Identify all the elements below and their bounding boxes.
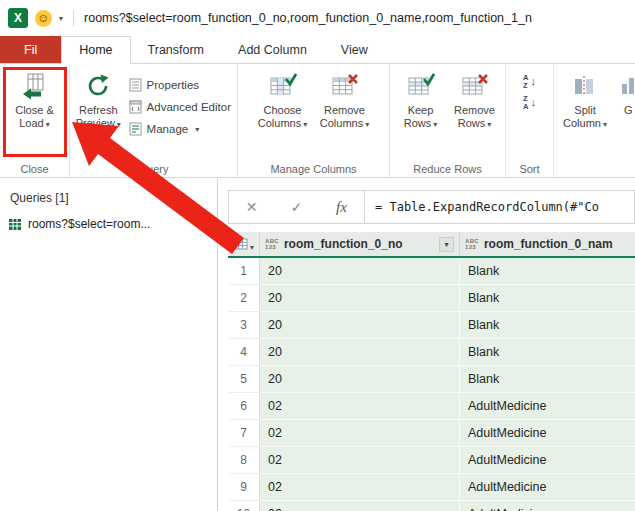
grid-cell[interactable]: 02 bbox=[260, 420, 460, 447]
group-by-button[interactable]: G bbox=[614, 64, 635, 117]
remove-rows-button[interactable]: Remove Rows▾ bbox=[448, 64, 502, 131]
grid-cell[interactable]: 02 bbox=[260, 474, 460, 501]
sort-za-icon: ZA bbox=[523, 95, 528, 110]
keep-rows-button[interactable]: Keep Rows▾ bbox=[394, 64, 448, 131]
tab-view[interactable]: View bbox=[324, 36, 385, 63]
column-name: room_function_0_no bbox=[284, 237, 434, 251]
grid-cell[interactable]: AdultMedicine bbox=[460, 420, 635, 447]
title-bar: X ☺ ▾ rooms?$select=room_function_0_no,r… bbox=[0, 0, 635, 36]
grid-cell[interactable]: AdultMedicine bbox=[460, 474, 635, 501]
manage-button[interactable]: Manage ▾ bbox=[125, 118, 235, 140]
grid-cell[interactable]: 20 bbox=[260, 339, 460, 366]
grid-cell[interactable]: 02 bbox=[260, 447, 460, 474]
grid-cell[interactable]: Blank bbox=[460, 312, 635, 339]
keep-rows-icon bbox=[407, 72, 435, 100]
grid-cell[interactable]: AdultMedicine bbox=[460, 393, 635, 420]
grid-cell[interactable]: 02 bbox=[260, 501, 460, 511]
table-row: 2 20 Blank bbox=[228, 285, 635, 312]
query-list-item[interactable]: rooms?$select=room... bbox=[0, 213, 217, 235]
column-header-room-function-0-name[interactable]: ABC123 room_function_0_nam bbox=[460, 232, 635, 256]
row-number-cell[interactable]: 4 bbox=[228, 339, 260, 366]
row-number-cell[interactable]: 9 bbox=[228, 474, 260, 501]
row-number-cell[interactable]: 7 bbox=[228, 420, 260, 447]
properties-icon bbox=[129, 78, 142, 92]
formula-fx-button[interactable]: fx bbox=[319, 191, 364, 223]
tab-transform[interactable]: Transform bbox=[131, 36, 222, 63]
grid-cell[interactable]: 20 bbox=[260, 258, 460, 285]
grid-cell[interactable]: 02 bbox=[260, 393, 460, 420]
sort-az-icon: AZ bbox=[523, 74, 528, 89]
ribbon-group-reduce-rows: Keep Rows▾ Remove Rows▾ Reduce Rows bbox=[390, 64, 506, 177]
grid-cell[interactable]: 20 bbox=[260, 285, 460, 312]
grid-cell[interactable]: 20 bbox=[260, 366, 460, 393]
formula-text: = Table.ExpandRecordColumn(#"Co bbox=[375, 200, 599, 214]
quick-access-chevron-down-icon[interactable]: ▾ bbox=[59, 14, 63, 23]
close-and-load-button[interactable]: Close & Load▾ bbox=[4, 64, 66, 131]
row-number-cell[interactable]: 2 bbox=[228, 285, 260, 312]
table-corner-icon bbox=[233, 238, 248, 250]
row-number-cell[interactable]: 8 bbox=[228, 447, 260, 474]
grid-header-row: ▾ ABC123 room_function_0_no ▾ ABC123 roo… bbox=[228, 232, 635, 258]
remove-rows-label-2: Rows▾ bbox=[458, 117, 492, 131]
keep-rows-label-1: Keep bbox=[408, 104, 434, 117]
formula-commit-button[interactable]: ✓ bbox=[274, 191, 319, 223]
remove-columns-label-1: Remove bbox=[324, 104, 365, 117]
sort-descending-button[interactable]: ZA ↓ bbox=[523, 95, 536, 110]
table-row: 6 02 AdultMedicine bbox=[228, 393, 635, 420]
properties-button[interactable]: Properties bbox=[125, 74, 235, 96]
close-load-label-1: Close & bbox=[15, 104, 54, 117]
remove-rows-label-1: Remove bbox=[454, 104, 495, 117]
queries-pane: Queries [1] rooms?$select=room... bbox=[0, 179, 218, 511]
keep-rows-label-2: Rows▾ bbox=[404, 117, 438, 131]
sort-down-arrow-icon: ↓ bbox=[530, 97, 536, 108]
column-header-room-function-0-no[interactable]: ABC123 room_function_0_no ▾ bbox=[260, 232, 460, 256]
ribbon-group-transform-cut: Split Column▾ G bbox=[554, 64, 635, 177]
sort-ascending-button[interactable]: AZ ↓ bbox=[523, 74, 536, 89]
refresh-preview-button[interactable]: Refresh Preview▾ bbox=[72, 64, 125, 131]
grid-cell[interactable]: Blank bbox=[460, 285, 635, 312]
query-item-label: rooms?$select=room... bbox=[28, 217, 150, 231]
formula-input[interactable]: = Table.ExpandRecordColumn(#"Co bbox=[364, 191, 634, 223]
grid-cell[interactable]: AdultMedicine bbox=[460, 447, 635, 474]
formula-cancel-button[interactable]: ✕ bbox=[229, 191, 274, 223]
choose-columns-button[interactable]: Choose Columns▾ bbox=[252, 64, 314, 131]
data-type-any-icon[interactable]: ABC123 bbox=[265, 238, 279, 250]
row-number-cell[interactable]: 6 bbox=[228, 393, 260, 420]
data-type-any-icon[interactable]: ABC123 bbox=[465, 238, 479, 250]
grid-cell[interactable]: Blank bbox=[460, 339, 635, 366]
grid-cell[interactable]: Blank bbox=[460, 366, 635, 393]
grid-cell[interactable]: AdultMedicine bbox=[460, 501, 635, 511]
grid-cell[interactable]: Blank bbox=[460, 258, 635, 285]
manage-label: Manage bbox=[147, 123, 189, 135]
table-row: 4 20 Blank bbox=[228, 339, 635, 366]
advanced-editor-label: Advanced Editor bbox=[147, 101, 231, 113]
column-name: room_function_0_nam bbox=[484, 237, 630, 251]
row-number-cell[interactable]: 5 bbox=[228, 366, 260, 393]
remove-columns-button[interactable]: Remove Columns▾ bbox=[314, 64, 376, 131]
tab-home[interactable]: Home bbox=[61, 36, 130, 64]
group-label-manage-columns: Manage Columns bbox=[238, 163, 389, 175]
sort-down-arrow-icon: ↓ bbox=[530, 76, 536, 87]
properties-label: Properties bbox=[147, 79, 199, 91]
ribbon: Close & Load▾ Close Refresh Preview▾ bbox=[0, 64, 635, 178]
query-table-icon bbox=[8, 218, 22, 231]
row-number-cell[interactable]: 3 bbox=[228, 312, 260, 339]
remove-rows-icon bbox=[461, 72, 489, 100]
chevron-down-icon: ▾ bbox=[250, 243, 254, 252]
window-title: rooms?$select=room_function_0_no,room_fu… bbox=[84, 11, 532, 25]
advanced-editor-button[interactable]: Advanced Editor bbox=[125, 96, 235, 118]
filter-dropdown-button[interactable]: ▾ bbox=[439, 237, 454, 252]
select-all-button[interactable]: ▾ bbox=[228, 232, 260, 256]
grid-cell[interactable]: 20 bbox=[260, 312, 460, 339]
remove-columns-icon bbox=[331, 72, 359, 100]
row-number-cell[interactable]: 10 bbox=[228, 501, 260, 511]
tab-file[interactable]: Fil bbox=[0, 36, 61, 63]
row-number-cell[interactable]: 1 bbox=[228, 258, 260, 285]
table-row: 1 20 Blank bbox=[228, 258, 635, 285]
tab-add-column[interactable]: Add Column bbox=[221, 36, 324, 63]
feedback-smiley-button[interactable]: ☺ bbox=[35, 10, 52, 27]
split-column-button[interactable]: Split Column▾ bbox=[556, 64, 614, 131]
manage-icon bbox=[129, 122, 142, 136]
group-label-close: Close bbox=[0, 163, 69, 175]
choose-columns-icon bbox=[269, 72, 297, 100]
